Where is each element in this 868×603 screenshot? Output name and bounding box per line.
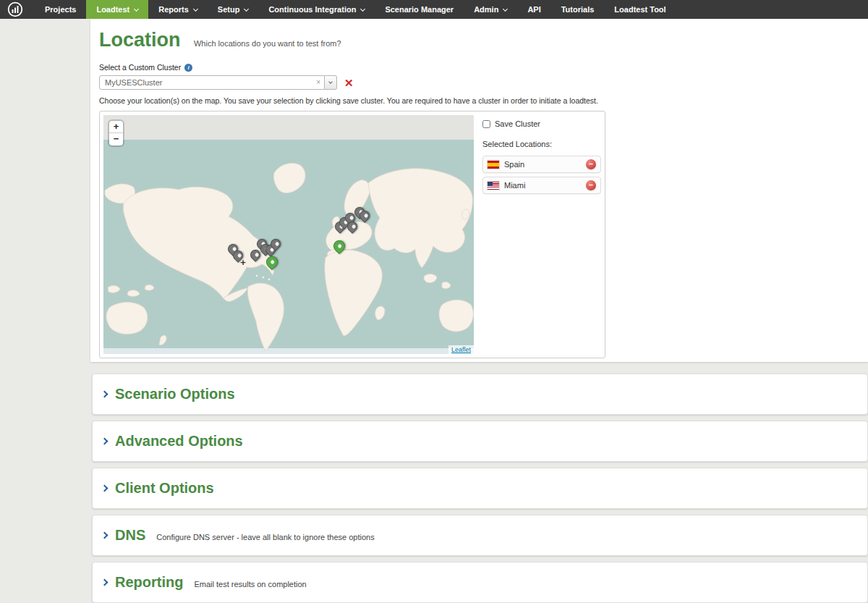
chevron-right-icon xyxy=(101,438,109,445)
zoom-in-button[interactable]: + xyxy=(109,121,123,133)
location-name: Miami xyxy=(504,181,586,190)
page-title: Location xyxy=(99,29,181,51)
map-zoom-control: + − xyxy=(109,121,123,146)
location-name: Spain xyxy=(504,160,586,169)
selected-location-row: Miami – xyxy=(482,177,601,194)
section-title: Client Options xyxy=(115,480,214,497)
bar-chart-logo-icon xyxy=(7,1,23,17)
nav-api[interactable]: API xyxy=(517,0,550,19)
nav-continuous-integration[interactable]: Continuous Integration xyxy=(258,0,375,19)
save-cluster-option: Save Cluster xyxy=(482,119,601,128)
delete-cluster-icon[interactable]: ✕ xyxy=(344,77,354,88)
cluster-panel: Save Cluster Selected Locations: Spain –… xyxy=(482,115,601,354)
chevron-right-icon xyxy=(101,579,109,586)
world-map-tiles xyxy=(103,115,474,354)
nav-admin[interactable]: Admin xyxy=(464,0,517,19)
section-advanced-options[interactable]: Advanced Options xyxy=(92,421,868,462)
app-logo[interactable] xyxy=(0,0,35,19)
selected-locations-label: Selected Locations: xyxy=(482,140,601,148)
cluster-combobox: × xyxy=(99,75,337,90)
combobox-dropdown-button[interactable] xyxy=(325,75,337,90)
chevron-down-icon xyxy=(134,6,139,11)
selected-location-row: Spain – xyxy=(482,156,601,173)
spain-flag-icon xyxy=(488,161,499,169)
section-dns[interactable]: DNS Configure DNS server - leave all bla… xyxy=(92,515,868,556)
map-plus-marker[interactable]: + xyxy=(240,257,246,268)
map-instructions: Choose your location(s) on the map. You … xyxy=(99,96,868,105)
chevron-right-icon xyxy=(101,391,109,398)
chevron-right-icon xyxy=(101,485,109,492)
chevron-down-icon xyxy=(360,6,365,11)
leaflet-attribution: Leaflet xyxy=(448,345,474,354)
chevron-down-icon xyxy=(328,80,333,84)
section-reporting[interactable]: Reporting Email test results on completi… xyxy=(92,562,868,603)
nav-projects[interactable]: Projects xyxy=(35,0,86,19)
section-title: Advanced Options xyxy=(115,433,243,450)
chevron-right-icon xyxy=(101,532,109,539)
section-title: Scenario Options xyxy=(115,386,235,402)
leaflet-link[interactable]: Leaflet xyxy=(451,346,471,353)
top-nav: Projects Loadtest Reports Setup Continuo… xyxy=(0,0,868,19)
location-section: Location Which locations do you want to … xyxy=(90,19,868,362)
options-accordion: Scenario Options Advanced Options Client… xyxy=(92,374,868,603)
info-icon[interactable]: i xyxy=(184,64,192,72)
save-cluster-checkbox[interactable] xyxy=(482,120,490,128)
nav-loadtest[interactable]: Loadtest xyxy=(86,0,148,19)
nav-loadtest-tool[interactable]: Loadtest Tool xyxy=(604,0,676,19)
nav-tutorials[interactable]: Tutorials xyxy=(551,0,605,19)
chevron-down-icon xyxy=(193,6,198,11)
chevron-down-icon xyxy=(244,6,249,11)
nav-scenario-manager[interactable]: Scenario Manager xyxy=(375,0,464,19)
remove-location-button[interactable]: – xyxy=(586,159,596,169)
remove-location-button[interactable]: – xyxy=(586,180,596,190)
cluster-input[interactable] xyxy=(99,75,325,90)
section-scenario-options[interactable]: Scenario Options xyxy=(92,374,868,415)
section-subtitle: Email test results on completion xyxy=(194,580,306,589)
save-cluster-label: Save Cluster xyxy=(495,119,540,128)
zoom-out-button[interactable]: − xyxy=(109,133,123,146)
nav-reports[interactable]: Reports xyxy=(148,0,208,19)
world-map[interactable]: + − Leaflet + xyxy=(103,115,474,354)
map-panel-container: + − Leaflet + Save Cluster Selected Loca… xyxy=(99,111,605,358)
page-subtitle: Which locations do you want to test from… xyxy=(194,39,341,48)
nav-setup[interactable]: Setup xyxy=(208,0,259,19)
section-subtitle: Configure DNS server - leave all blank t… xyxy=(156,533,374,541)
cluster-select-label: Select a Custom Cluster xyxy=(99,63,181,72)
section-client-options[interactable]: Client Options xyxy=(92,468,868,509)
section-title: Reporting xyxy=(115,574,183,591)
clear-icon[interactable]: × xyxy=(316,78,320,87)
usa-flag-icon xyxy=(488,182,499,190)
section-title: DNS xyxy=(115,527,145,544)
chevron-down-icon xyxy=(503,6,508,11)
